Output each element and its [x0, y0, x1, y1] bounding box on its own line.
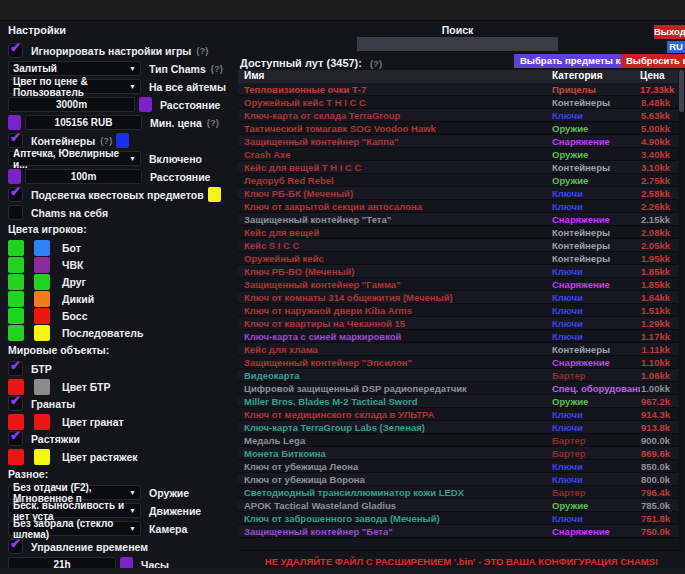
loot-row[interactable]: Ледоруб Red RebelОружие2.75kk: [238, 174, 678, 187]
loot-row[interactable]: Кейс для хламаКонтейнеры1.11kk: [238, 343, 678, 356]
loot-item-category: Снаряжение: [552, 526, 640, 537]
loot-row[interactable]: Ключ от убежища ВоронаКлючи800.0k: [238, 473, 678, 486]
column-header-category[interactable]: Категория: [552, 70, 640, 83]
exit-button[interactable]: Выход: [654, 25, 685, 39]
loot-row[interactable]: Ключ РБ-ВО (Меченый)Ключи1.85kk: [238, 265, 678, 278]
color-swatch-follower-2[interactable]: [34, 325, 50, 341]
color-swatch-pmc-2[interactable]: [34, 257, 50, 273]
loot-row[interactable]: Тепловизионные очки Т-7Прицелы17.33kk: [238, 83, 678, 96]
loot-row[interactable]: Ключ от медицинского склада в УЛЬТРАКлюч…: [238, 408, 678, 421]
loot-row[interactable]: Тактический томагавк SOG Voodoo HawkОруж…: [238, 122, 678, 135]
loot-row[interactable]: Ключ от убежища ЛеонаКлючи850.0k: [238, 460, 678, 473]
checkbox-btr[interactable]: [8, 361, 23, 376]
color-swatch-scav-2[interactable]: [34, 291, 50, 307]
loot-item-name: Кейс для вещей T H I C C: [238, 162, 552, 173]
loot-item-category: Ключи: [552, 331, 640, 342]
checkbox-containers[interactable]: [8, 133, 23, 148]
color-swatch-pmc-1[interactable]: [8, 257, 24, 273]
color-swatch-btr-color-2[interactable]: [34, 379, 50, 395]
loot-item-category: Ключи: [552, 461, 640, 472]
color-swatch-grenade-color-2[interactable]: [34, 414, 50, 430]
loot-row[interactable]: Медаль LegaБартер900.0k: [238, 434, 678, 447]
checkbox-quest-highlight[interactable]: [8, 187, 23, 202]
color-swatch-quest-highlight[interactable]: [208, 187, 221, 202]
color-swatch-scav-1[interactable]: [8, 291, 24, 307]
loot-row[interactable]: [238, 538, 678, 551]
checkbox-chams-self[interactable]: [8, 205, 23, 220]
loot-scrollbar-thumb[interactable]: [679, 70, 684, 112]
loot-row[interactable]: Защищенный контейнер "Тета"Снаряжение2.1…: [238, 213, 678, 226]
color-swatch-friend-1[interactable]: [8, 274, 24, 290]
loot-row[interactable]: ВидеокартаБартер1.06kk: [238, 369, 678, 382]
value-field-loot-distance[interactable]: 100m: [25, 169, 142, 184]
loot-row[interactable]: Ключ от наружной двери Kiba ArmsКлючи1.5…: [238, 304, 678, 317]
loot-row[interactable]: Кейс для вещей T H I C CКонтейнеры3.10kk: [238, 161, 678, 174]
loot-row[interactable]: Miller Bros. Blades M-2 Tactical SwordОр…: [238, 395, 678, 408]
color-swatch-follower-1[interactable]: [8, 325, 24, 341]
dropdown-chams-type[interactable]: Залитый▼: [8, 61, 141, 76]
color-swatch-friend-2[interactable]: [34, 274, 50, 290]
drop-all-button[interactable]: Выбросить все: [621, 54, 685, 68]
color-swatch-tripwire-color-2[interactable]: [34, 449, 50, 465]
loot-item-name: Miller Bros. Blades M-2 Tactical Sword: [238, 396, 552, 407]
loot-row[interactable]: Монета БиткоинаБартер869.6k: [238, 447, 678, 460]
loot-row[interactable]: Цифровой защищенный DSP радиопередатчикС…: [238, 382, 678, 395]
search-input[interactable]: [357, 37, 558, 51]
checkbox-ignore-game-settings[interactable]: [8, 43, 23, 58]
dropdown-color-mode[interactable]: Цвет по цене & Пользователь▼: [8, 79, 141, 94]
label-color-mode: На все айтемы: [149, 81, 226, 93]
sidebar-row-tripwire-color: Цвет растяжек: [8, 449, 236, 465]
checkbox-time-control[interactable]: [8, 539, 23, 554]
loot-item-category: Оружие: [552, 396, 640, 407]
chams-config-window: Настройки Игнорировать настройки игры(?)…: [0, 0, 685, 574]
color-swatch-boss-2[interactable]: [34, 308, 50, 324]
loot-row[interactable]: Защищенный контейнер "Гамма"Снаряжение1.…: [238, 278, 678, 291]
loot-item-category: Контейнеры: [552, 240, 640, 251]
dropdown-container-filter[interactable]: Аптечка, Ювелирные и...▼: [8, 151, 141, 166]
loot-row[interactable]: Оружейный кейсКонтейнеры1.95kk: [238, 252, 678, 265]
dropdown-camera[interactable]: Без забрала (стекло шлема)▼: [8, 521, 141, 536]
label-container-filter: Включено: [149, 153, 202, 165]
loot-row[interactable]: APOK Tactical Wasteland GladiusОружие785…: [238, 499, 678, 512]
loot-row[interactable]: Кейс для вещейКонтейнеры2.08kk: [238, 226, 678, 239]
value-field-min-price[interactable]: 105156 RUB: [25, 115, 142, 130]
color-swatch-bot-2[interactable]: [34, 240, 50, 256]
loot-row[interactable]: Crash AxeОружие3.40kk: [238, 148, 678, 161]
color-swatch-bot-1[interactable]: [8, 240, 24, 256]
checkbox-grenades[interactable]: [8, 396, 23, 411]
loot-item-price: 5.63kk: [640, 110, 670, 121]
loot-row[interactable]: Ключ-карта с синей маркировкойКлючи1.17k…: [238, 330, 678, 343]
loot-row[interactable]: Ключ от закрытой секции автосалонаКлючи2…: [238, 200, 678, 213]
loot-row[interactable]: Ключ-карта от склада TerraGroupКлючи5.63…: [238, 109, 678, 122]
loot-item-name: Ключ от убежища Ворона: [238, 474, 552, 485]
color-swatch-containers[interactable]: [116, 133, 129, 148]
loot-row[interactable]: Ключ РБ-БК (Меченый)Ключи2.58kk: [238, 187, 678, 200]
color-swatch-min-price[interactable]: [8, 115, 21, 130]
loot-item-category: Ключи: [552, 474, 640, 485]
value-field-esp-distance[interactable]: 3000m: [8, 97, 135, 112]
dropdown-movement[interactable]: Беск. выносливость и нет уста▼: [8, 503, 141, 518]
color-swatch-loot-distance[interactable]: [8, 169, 21, 184]
checkbox-tripwires[interactable]: [8, 431, 23, 446]
sidebar-row-camera: Без забрала (стекло шлема)▼Камера: [8, 521, 236, 536]
loot-row[interactable]: Ключ от заброшенного завода (Меченый)Клю…: [238, 512, 678, 525]
loot-row[interactable]: Светодиодный трансиллюминатор кожи LEDXБ…: [238, 486, 678, 499]
loot-scrollbar-track[interactable]: [679, 70, 684, 551]
loot-row[interactable]: Оружейный кейс T H I C CКонтейнеры8.48kk: [238, 96, 678, 109]
loot-row[interactable]: Защищенный контейнер "Бета"Снаряжение750…: [238, 525, 678, 538]
sidebar-row-container-filter: Аптечка, Ювелирные и...▼Включено: [8, 151, 236, 166]
column-header-price[interactable]: Цена: [640, 70, 678, 83]
loot-row[interactable]: Кейс S I C CКонтейнеры2.05kk: [238, 239, 678, 252]
loot-row[interactable]: Ключ от квартиры на Чеканной 15Ключи1.29…: [238, 317, 678, 330]
color-swatch-esp-distance[interactable]: [139, 97, 152, 112]
color-swatch-boss-1[interactable]: [8, 308, 24, 324]
dropdown-weapon[interactable]: Без отдачи (F2), Мгновенное п▼: [8, 485, 141, 500]
column-header-name[interactable]: Имя: [238, 70, 552, 83]
label-esp-distance: Расстояние: [160, 99, 220, 111]
loot-row[interactable]: Защищенный контейнер "Каппа"Снаряжение4.…: [238, 135, 678, 148]
language-button[interactable]: RU: [667, 41, 685, 53]
loot-row[interactable]: Ключ-карта TerraGroup Labs (Зеленая)Ключ…: [238, 421, 678, 434]
color-swatch-tripwire-color-1[interactable]: [8, 449, 24, 465]
loot-row[interactable]: Ключ от комнаты 314 общежития (Меченый)К…: [238, 291, 678, 304]
loot-row[interactable]: Защищенный контейнер "Эпсилон"Снаряжение…: [238, 356, 678, 369]
